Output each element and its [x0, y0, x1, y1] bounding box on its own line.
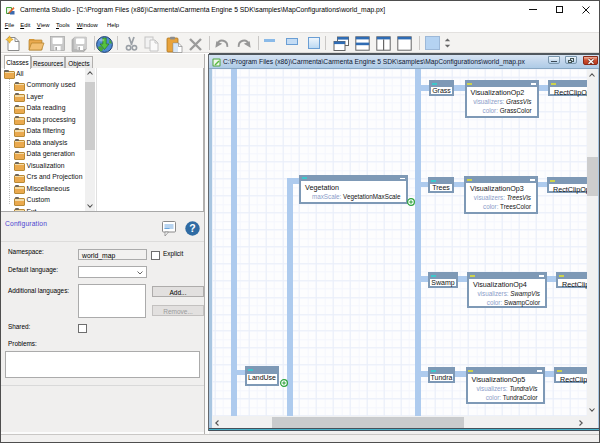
svg-text:?: ?	[189, 222, 195, 234]
